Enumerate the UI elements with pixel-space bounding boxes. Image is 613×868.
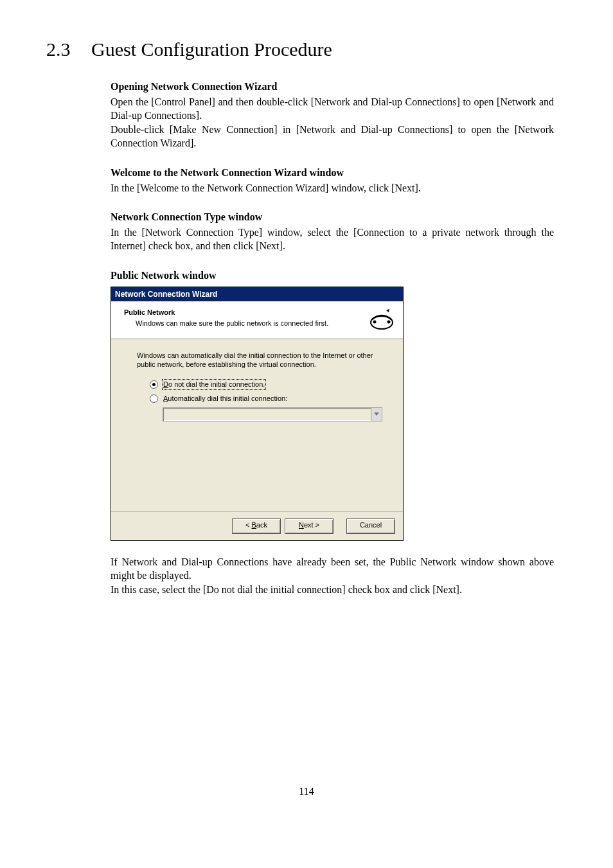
wizard-header: Public Network Windows can make sure the…: [111, 301, 403, 339]
wizard-titlebar: Network Connection Wizard: [111, 287, 403, 301]
section-title: Guest Configuration Procedure: [91, 39, 332, 60]
paragraph: In the [Welcome to the Network Connectio…: [111, 181, 554, 195]
dropdown-value: [163, 408, 371, 421]
wizard-header-title: Public Network: [124, 308, 363, 317]
next-button[interactable]: Next >: [285, 518, 333, 534]
svg-point-1: [373, 320, 377, 323]
paragraph: In the [Network Connection Type] window,…: [111, 226, 554, 253]
paragraph: If Network and Dial-up Connections have …: [111, 555, 554, 583]
radio-label: Automatically dial this initial connecti…: [162, 394, 289, 403]
subhead-type: Network Connection Type window: [111, 210, 554, 224]
paragraph: Open the [Control Panel] and then double…: [111, 95, 554, 123]
subhead-welcome: Welcome to the Network Connection Wizard…: [111, 166, 554, 180]
paragraph: Double-click [Make New Connection] in [N…: [111, 123, 554, 150]
page-number: 114: [0, 786, 613, 797]
wizard-header-subtitle: Windows can make sure the public network…: [136, 319, 363, 328]
radio-label: Do not dial the initial connection.: [162, 379, 266, 390]
section-heading: 2.3 Guest Configuration Procedure: [46, 39, 555, 60]
radio-indicator-icon: [150, 380, 158, 389]
wizard-footer: < Back Next > Cancel: [111, 511, 403, 540]
wizard-window: Network Connection Wizard Public Network…: [111, 287, 404, 541]
radio-indicator-icon: [150, 394, 158, 403]
subhead-public: Public Network window: [111, 269, 554, 283]
radio-auto-dial[interactable]: Automatically dial this initial connecti…: [150, 394, 377, 403]
radio-do-not-dial[interactable]: Do not dial the initial connection.: [150, 379, 377, 390]
wizard-body: Windows can automatically dial the initi…: [111, 339, 403, 511]
subhead-opening: Opening Network Connection Wizard: [111, 80, 554, 94]
back-button[interactable]: < Back: [232, 518, 281, 534]
wizard-icon: [368, 308, 395, 332]
chevron-down-icon: [371, 408, 382, 421]
svg-point-2: [387, 320, 391, 323]
paragraph: In this case, select the [Do not dial th…: [111, 583, 554, 597]
section-number: 2.3: [46, 39, 91, 60]
connection-dropdown[interactable]: [163, 407, 382, 421]
wizard-instruction: Windows can automatically dial the initi…: [137, 351, 377, 369]
cancel-button[interactable]: Cancel: [346, 518, 395, 534]
